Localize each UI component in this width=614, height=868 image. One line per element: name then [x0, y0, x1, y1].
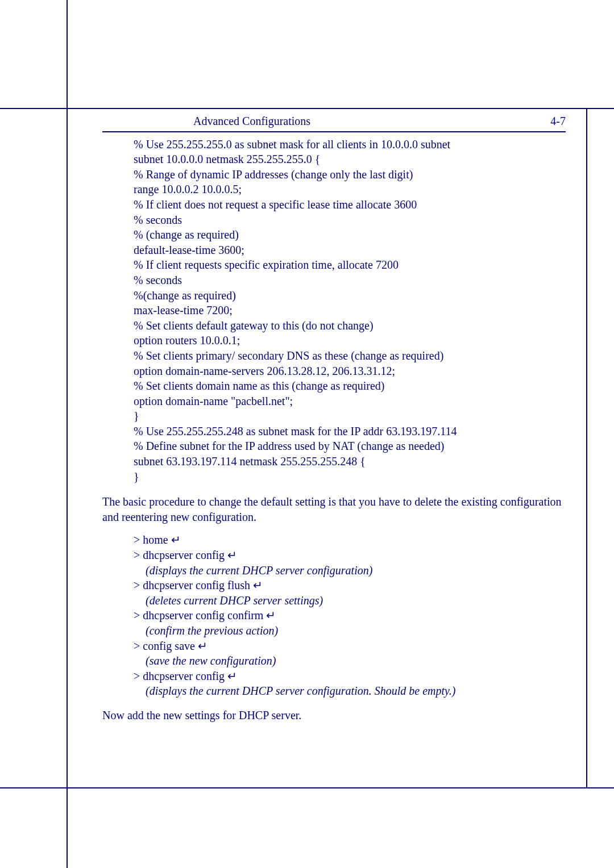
command-line: > dhcpserver config ↵	[134, 548, 566, 563]
command-line: > dhcpserver config confirm ↵	[134, 608, 566, 623]
closing-paragraph: Now add the new settings for DHCP server…	[102, 708, 566, 723]
config-line: option domain-name "pacbell.net";	[134, 394, 566, 409]
config-line: range 10.0.0.2 10.0.0.5;	[134, 182, 566, 197]
command-note: (deletes current DHCP server settings)	[134, 593, 566, 608]
config-line: subnet 10.0.0.0 netmask 255.255.255.0 {	[134, 152, 566, 167]
config-line: option domain-name-servers 206.13.28.12,…	[134, 364, 566, 379]
frame-rule-right	[586, 108, 587, 788]
command-note: (displays the current DHCP server config…	[134, 683, 566, 699]
config-line: max-lease-time 7200;	[134, 303, 566, 318]
config-line: % Set clients default gateway to this (d…	[134, 318, 566, 333]
command-block: > home ↵> dhcpserver config ↵ (displays …	[134, 532, 566, 699]
config-line: % Use 255.255.255.0 as subnet mask for a…	[134, 137, 566, 152]
config-line: % Set clients primary/ secondary DNS as …	[134, 348, 566, 364]
command-line: > dhcpserver config ↵	[134, 669, 566, 684]
config-line: % Range of dynamic IP addresses (change …	[134, 167, 566, 182]
config-line: % seconds	[134, 212, 566, 228]
config-line: default-lease-time 3600;	[134, 243, 566, 258]
config-line: %(change as required)	[134, 288, 566, 303]
command-line: > dhcpserver config flush ↵	[134, 578, 566, 593]
command-note: (displays the current DHCP server config…	[134, 563, 566, 578]
config-line: % If client does not request a specific …	[134, 197, 566, 212]
config-line: % Use 255.255.255.248 as subnet mask for…	[134, 424, 566, 439]
config-line: subnet 63.193.197.114 netmask 255.255.25…	[134, 454, 566, 469]
config-line: % (change as required)	[134, 227, 566, 243]
command-line: > config save ↵	[134, 639, 566, 654]
mid-paragraph: The basic procedure to change the defaul…	[102, 494, 566, 524]
head-rule	[102, 131, 566, 132]
frame-rule-left	[67, 0, 68, 868]
config-line: }	[134, 469, 566, 485]
config-line: option routers 10.0.0.1;	[134, 333, 566, 348]
config-line: % seconds	[134, 273, 566, 288]
config-line: }	[134, 408, 566, 424]
running-head-title: Advanced Configurations	[193, 114, 310, 129]
command-line: > home ↵	[134, 532, 566, 548]
frame-rule-bottom	[0, 787, 614, 788]
command-note: (confirm the previous action)	[134, 623, 566, 639]
frame-rule-top	[0, 108, 614, 109]
command-note: (save the new configuration)	[134, 653, 566, 669]
config-line: % Define subnet for the IP address used …	[134, 439, 566, 454]
page-content: Advanced Configurations 4-7 % Use 255.25…	[102, 114, 566, 731]
running-head: Advanced Configurations 4-7	[102, 114, 566, 129]
config-line: % If client requests specific expiration…	[134, 257, 566, 273]
config-line: % Set clients domain name as this (chang…	[134, 378, 566, 394]
running-head-pagenum: 4-7	[550, 114, 566, 129]
config-block: % Use 255.255.255.0 as subnet mask for a…	[134, 137, 566, 485]
